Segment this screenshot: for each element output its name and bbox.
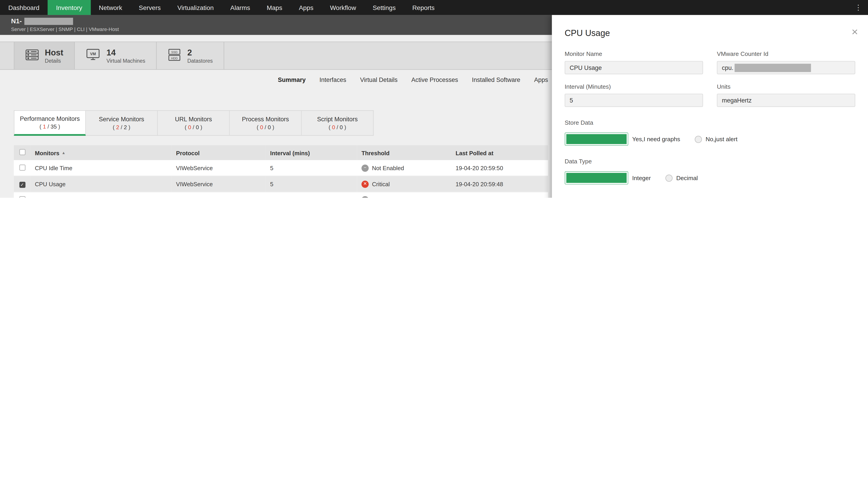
monitor-tab-label: URL Monitors — [175, 116, 212, 122]
monitor-interval: 5 — [266, 176, 357, 192]
monitor-table-body: CPU Idle Time VIWebService 5 − Not Enabl… — [14, 160, 548, 198]
dialog-header: CPU Usage × — [565, 15, 855, 38]
detail-tab-apps[interactable]: Apps — [534, 77, 548, 83]
interval-field: Interval (Minutes) 5 — [565, 83, 703, 107]
threshold-status-icon: − — [362, 196, 369, 198]
store-data-options: Yes,I need graphsNo,just alert — [565, 132, 855, 146]
table-row[interactable]: CPU Usage VIWebService 5 ✕ Critical 19-0… — [14, 176, 548, 192]
store-data-group: Store Data Yes,I need graphsNo,just aler… — [565, 119, 855, 146]
data-type-option-integer[interactable]: Integer — [565, 171, 651, 184]
nav-item-dashboard[interactable]: Dashboard — [0, 0, 48, 15]
monitor-last-polled: 19-04-20 20:59:48 — [451, 176, 548, 192]
overflow-menu-icon[interactable]: ⋮ — [848, 0, 868, 15]
device-meta: Server | ESXServer | SNMP | CLI | VMware… — [11, 27, 552, 32]
monitor-name-field: Monitor Name CPU Usage — [565, 51, 703, 74]
data-type-options: IntegerDecimal — [565, 171, 855, 184]
monitor-name[interactable]: CPU Used — [31, 192, 172, 198]
col-monitors[interactable]: Monitors▲ — [31, 145, 172, 160]
redacted-counter-id — [735, 63, 811, 72]
vm-label: Virtual Machines — [106, 57, 145, 63]
host-icon — [26, 49, 39, 62]
tab-performance-monitors[interactable]: Performance Monitors( 1 / 35 ) — [14, 110, 86, 136]
nav-item-servers[interactable]: Servers — [130, 0, 169, 15]
store-data-option-yes-i-need-graphs[interactable]: Yes,I need graphs — [565, 132, 680, 146]
interval-label: Interval (Minutes) — [565, 83, 703, 90]
device-header: N1- Server | ESXServer | SNMP | CLI | VM… — [0, 15, 552, 35]
nav-item-apps[interactable]: Apps — [291, 0, 322, 15]
vmware-counter-field: VMware Counter Id cpu. — [717, 51, 855, 74]
detail-tab-installed-software[interactable]: Installed Software — [472, 77, 520, 83]
monitor-table: Monitors▲ Protocol Interval (mins) Thres… — [14, 145, 548, 198]
threshold-text: Not Enabled — [372, 197, 404, 198]
units-input[interactable]: megaHertz — [717, 94, 855, 107]
tab-script-monitors[interactable]: Script Monitors( 0 / 0 ) — [302, 110, 374, 136]
detail-tab-active-processes[interactable]: Active Processes — [411, 77, 458, 83]
radio-icon[interactable] — [694, 136, 702, 143]
data-type-option-decimal[interactable]: Decimal — [665, 174, 698, 181]
host-tab-title: Host — [45, 48, 63, 57]
monitor-name[interactable]: CPU Usage — [31, 176, 172, 192]
col-interval[interactable]: Interval (mins) — [266, 145, 357, 160]
nav-item-reports[interactable]: Reports — [404, 0, 443, 15]
nav-item-network[interactable]: Network — [91, 0, 131, 15]
monitor-edit-dialog: CPU Usage × Monitor Name CPU Usage VMwar… — [552, 15, 868, 198]
threshold-status-icon: ✕ — [362, 180, 369, 188]
nav-item-inventory[interactable]: Inventory — [48, 0, 90, 15]
detail-tab-interfaces[interactable]: Interfaces — [319, 77, 346, 83]
nav-item-maps[interactable]: Maps — [258, 0, 290, 15]
table-row[interactable]: CPU Idle Time VIWebService 5 − Not Enabl… — [14, 160, 548, 176]
table-row[interactable]: CPU Used VIWebService 5 − Not Enabled 19… — [14, 192, 548, 198]
threshold-text: Critical — [372, 180, 390, 187]
col-last-polled[interactable]: Last Polled at — [451, 145, 548, 160]
radio-icon[interactable] — [665, 174, 673, 181]
radio-label: Yes,I need graphs — [632, 136, 680, 142]
nav-item-settings[interactable]: Settings — [364, 0, 404, 15]
sort-asc-icon: ▲ — [62, 150, 66, 154]
tab-virtual-machines[interactable]: VM 14 Virtual Machines — [75, 42, 157, 69]
nav-item-workflow[interactable]: Workflow — [322, 0, 364, 15]
dialog-title: CPU Usage — [565, 28, 855, 38]
close-icon[interactable]: × — [851, 26, 858, 37]
select-all-checkbox[interactable] — [19, 149, 25, 155]
svg-text:HDD: HDD — [171, 56, 178, 60]
row-checkbox[interactable] — [19, 181, 25, 188]
monitor-last-polled: 19-04-20 20:59:50 — [451, 160, 548, 176]
radio-selected-icon[interactable] — [565, 132, 628, 146]
monitor-tab-count: ( 0 / 0 ) — [329, 124, 346, 130]
datastore-label: Datastores — [187, 57, 213, 63]
device-name-row: N1- — [11, 17, 552, 25]
radio-label: Integer — [632, 174, 651, 181]
tab-host-details[interactable]: Host Details — [14, 42, 75, 69]
monitor-protocol: VIWebService — [172, 160, 266, 176]
tab-datastores[interactable]: SSD HDD 2 Datastores — [157, 42, 224, 69]
data-type-label: Data Type — [565, 158, 855, 165]
top-nav: DashboardInventoryNetworkServersVirtuali… — [0, 0, 868, 15]
nav-item-virtualization[interactable]: Virtualization — [169, 0, 222, 15]
radio-selected-icon[interactable] — [565, 171, 628, 184]
detail-tab-virtual-details[interactable]: Virtual Details — [360, 77, 398, 83]
col-threshold[interactable]: Threshold — [357, 145, 451, 160]
monitor-tab-count: ( 1 / 35 ) — [39, 123, 60, 130]
monitor-tabs: Performance Monitors( 1 / 35 )Service Mo… — [14, 110, 374, 136]
vmware-counter-input[interactable]: cpu. — [717, 61, 855, 74]
col-protocol[interactable]: Protocol — [172, 145, 266, 160]
store-data-option-no-just-alert[interactable]: No,just alert — [694, 136, 738, 143]
vm-count: 14 — [106, 48, 145, 57]
monitor-table-wrap: Monitors▲ Protocol Interval (mins) Thres… — [14, 145, 548, 198]
row-checkbox[interactable] — [19, 196, 25, 198]
monitor-tab-label: Service Monitors — [99, 116, 144, 122]
monitor-protocol: VIWebService — [172, 192, 266, 198]
monitor-name-input[interactable]: CPU Usage — [565, 61, 703, 74]
vm-icon: VM — [86, 49, 100, 63]
monitor-tab-count: ( 0 / 0 ) — [256, 124, 274, 130]
tab-process-monitors[interactable]: Process Monitors( 0 / 0 ) — [230, 110, 302, 136]
monitor-tab-label: Script Monitors — [317, 116, 358, 122]
nav-item-alarms[interactable]: Alarms — [222, 0, 258, 15]
tab-service-monitors[interactable]: Service Monitors( 2 / 2 ) — [86, 110, 158, 136]
vmware-counter-label: VMware Counter Id — [717, 51, 855, 57]
interval-input[interactable]: 5 — [565, 94, 703, 107]
tab-url-monitors[interactable]: URL Monitors( 0 / 0 ) — [158, 110, 230, 136]
detail-tab-summary[interactable]: Summary — [278, 77, 306, 83]
monitor-name[interactable]: CPU Idle Time — [31, 160, 172, 176]
row-checkbox[interactable] — [19, 164, 25, 170]
